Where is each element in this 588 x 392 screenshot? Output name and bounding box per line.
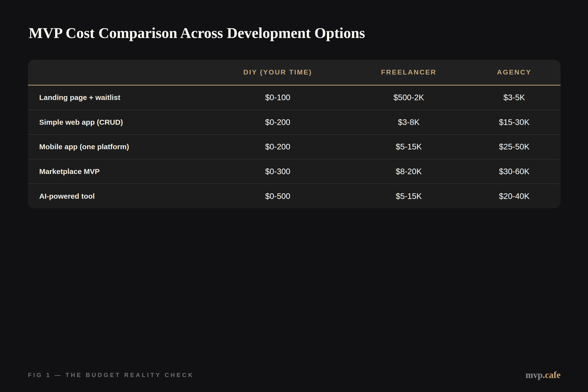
cell-diy: $0-300 — [206, 167, 350, 176]
row-label: Landing page + waitlist — [28, 93, 206, 102]
cell-agency: $30-60K — [468, 167, 560, 176]
column-header-freelancer: FREELANCER — [350, 68, 468, 76]
cell-agency: $3-5K — [468, 93, 560, 102]
page-title: MVP Cost Comparison Across Development O… — [29, 26, 365, 40]
table-row: Mobile app (one platform) $0-200 $5-15K … — [28, 134, 560, 159]
cell-diy: $0-500 — [206, 192, 350, 201]
cell-freelancer: $5-15K — [350, 192, 468, 201]
row-label: Simple web app (CRUD) — [28, 118, 206, 126]
table-row: AI-powered tool $0-500 $5-15K $20-40K — [28, 184, 560, 208]
cell-diy: $0-200 — [206, 142, 350, 152]
table-row: Simple web app (CRUD) $0-200 $3-8K $15-3… — [28, 110, 560, 134]
brand-name: mvp — [526, 370, 543, 380]
table-row: Marketplace MVP $0-300 $8-20K $30-60K — [28, 159, 560, 184]
table-body: Landing page + waitlist $0-100 $500-2K $… — [28, 86, 560, 208]
cell-freelancer: $3-8K — [350, 118, 468, 127]
column-header-diy: DIY (YOUR TIME) — [206, 68, 350, 76]
brand-logo: mvp.cafe — [526, 370, 560, 380]
cost-comparison-table: DIY (YOUR TIME) FREELANCER AGENCY Landin… — [28, 60, 560, 208]
cell-freelancer: $8-20K — [350, 167, 468, 176]
cell-agency: $25-50K — [468, 142, 560, 152]
cell-diy: $0-200 — [206, 118, 350, 127]
cell-agency: $15-30K — [468, 118, 560, 127]
figure-caption: FIG 1 — THE BUDGET REALITY CHECK — [28, 372, 194, 378]
table-row: Landing page + waitlist $0-100 $500-2K $… — [28, 86, 560, 110]
row-label: Marketplace MVP — [28, 167, 206, 176]
cell-diy: $0-100 — [206, 93, 350, 102]
cell-freelancer: $5-15K — [350, 142, 468, 152]
row-label: AI-powered tool — [28, 192, 206, 200]
table-header-row: DIY (YOUR TIME) FREELANCER AGENCY — [28, 60, 560, 86]
row-label: Mobile app (one platform) — [28, 142, 206, 151]
cell-agency: $20-40K — [468, 192, 560, 201]
column-header-agency: AGENCY — [468, 68, 560, 76]
cell-freelancer: $500-2K — [350, 93, 468, 102]
brand-tld: .cafe — [543, 370, 560, 380]
